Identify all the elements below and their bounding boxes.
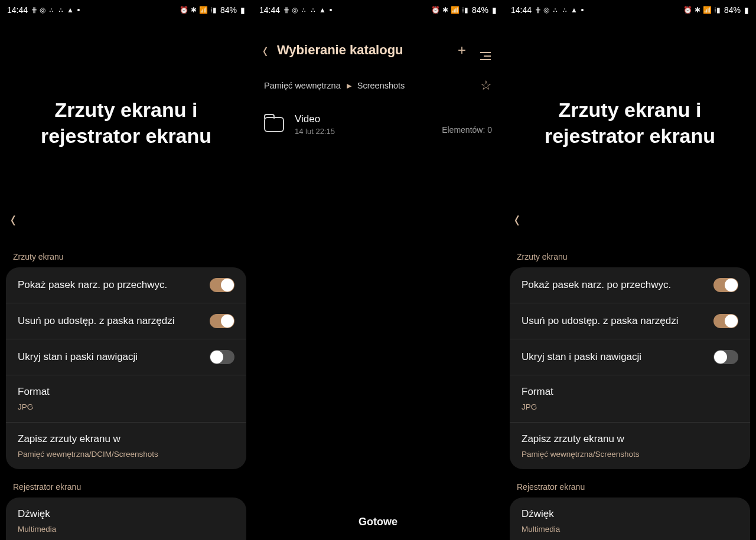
status-bar: 14:44 ⋕◎⛬⛬▲ ⏰✱📶⁞▮ 84% ▮	[252, 0, 504, 20]
setting-value: Multimedia	[522, 525, 560, 534]
status-system-icons: ⏰✱📶⁞▮	[683, 6, 721, 14]
status-time: 14:44	[259, 5, 280, 15]
folder-count: Elementów: 0	[442, 125, 492, 136]
setting-value: Multimedia	[18, 525, 56, 534]
page-title: Zrzuty ekranu i rejestrator ekranu	[516, 97, 744, 149]
setting-value: Pamięć wewnętrzna/DCIM/Screenshots	[18, 450, 158, 459]
breadcrumb-leaf[interactable]: Screenshots	[357, 81, 405, 90]
screen-settings-left: 14:44 ⋕◎⛬⛬▲ ⏰✱📶⁞▮ 84% ▮ Zrzuty ekranu i …	[0, 0, 252, 540]
battery-icon: ▮	[744, 5, 749, 15]
toggle-hide-bars[interactable]	[713, 350, 738, 364]
setting-format[interactable]: Format JPG	[6, 375, 246, 423]
setting-label: Format	[522, 386, 738, 398]
screenshots-card: Pokaż pasek narz. po przechwyc. Usuń po …	[6, 267, 246, 469]
status-notif-icons: ⋕◎⛬⛬▲	[284, 6, 326, 14]
back-button[interactable]: ‹	[263, 37, 268, 64]
breadcrumb-root[interactable]: Pamięć wewnętrzna	[264, 81, 341, 90]
folder-list: Video 14 lut 22:15 Elementów: 0	[252, 103, 504, 146]
status-dot-icon	[330, 9, 332, 11]
status-notif-icons: ⋕◎⛬⛬▲	[535, 6, 578, 14]
screenshots-card: Pokaż pasek narz. po przechwyc. Usuń po …	[510, 267, 750, 469]
folder-date: 14 lut 22:15	[295, 127, 335, 136]
setting-show-toolbar[interactable]: Pokaż pasek narz. po przechwyc.	[510, 267, 750, 303]
status-system-icons: ⏰✱📶⁞▮	[431, 6, 468, 14]
done-button[interactable]: Gotowe	[252, 516, 504, 528]
status-battery: 84%	[724, 5, 741, 15]
section-header-recorder: Rejestrator ekranu	[0, 482, 252, 498]
new-folder-button[interactable]	[455, 40, 468, 61]
status-battery: 84%	[472, 5, 488, 15]
status-battery: 84%	[220, 5, 237, 15]
toggle-delete-after-share[interactable]	[713, 314, 738, 328]
setting-value: JPG	[18, 402, 33, 411]
status-notif-icons: ⋕◎⛬⛬▲	[31, 6, 74, 14]
screen-directory-picker: 14:44 ⋕◎⛬⛬▲ ⏰✱📶⁞▮ 84% ▮ ‹ Wybieranie kat…	[252, 0, 504, 540]
hamburger-icon	[480, 52, 491, 60]
setting-label: Ukryj stan i paski nawigacji	[522, 351, 708, 363]
setting-hide-bars[interactable]: Ukryj stan i paski nawigacji	[6, 339, 246, 375]
section-header-screenshots: Zrzuty ekranu	[0, 252, 252, 267]
folder-icon	[264, 117, 284, 132]
page-title-block: Zrzuty ekranu i rejestrator ekranu	[504, 97, 756, 149]
screen-settings-right: 14:44 ⋕◎⛬⛬▲ ⏰✱📶⁞▮ 84% ▮ Zrzuty ekranu i …	[504, 0, 756, 540]
battery-icon: ▮	[492, 5, 497, 15]
setting-value: JPG	[522, 402, 537, 411]
setting-value: Pamięć wewnętrzna/Screenshots	[522, 450, 640, 459]
toggle-hide-bars[interactable]	[210, 350, 234, 364]
favorite-button[interactable]: ☆	[480, 78, 492, 93]
setting-format[interactable]: Format JPG	[510, 375, 750, 423]
recorder-card: Dźwięk Multimedia Jakość wideo Wysoka (1…	[6, 498, 246, 540]
setting-label: Pokaż pasek narz. po przechwyc.	[18, 279, 204, 291]
setting-save-location[interactable]: Zapisz zrzuty ekranu w Pamięć wewnętrzna…	[6, 423, 246, 469]
status-time: 14:44	[511, 5, 532, 15]
page-title: Zrzuty ekranu i rejestrator ekranu	[12, 97, 240, 149]
setting-label: Usuń po udostęp. z paska narzędzi	[18, 315, 204, 327]
toggle-show-toolbar[interactable]	[713, 278, 738, 292]
chevron-right-icon: ▶	[347, 82, 351, 90]
setting-sound[interactable]: Dźwięk Multimedia	[510, 498, 750, 540]
status-time: 14:44	[7, 5, 28, 15]
breadcrumb: Pamięć wewnętrzna ▶ Screenshots ☆	[252, 68, 504, 103]
status-bar: 14:44 ⋕◎⛬⛬▲ ⏰✱📶⁞▮ 84% ▮	[0, 0, 252, 20]
setting-hide-bars[interactable]: Ukryj stan i paski nawigacji	[510, 339, 750, 375]
section-header-recorder: Rejestrator ekranu	[504, 482, 756, 498]
section-header-screenshots: Zrzuty ekranu	[504, 252, 756, 267]
status-dot-icon	[581, 9, 584, 11]
setting-delete-after-share[interactable]: Usuń po udostęp. z paska narzędzi	[6, 303, 246, 339]
status-bar: 14:44 ⋕◎⛬⛬▲ ⏰✱📶⁞▮ 84% ▮	[504, 0, 756, 20]
setting-sound[interactable]: Dźwięk Multimedia	[6, 498, 246, 540]
folder-item[interactable]: Video 14 lut 22:15 Elementów: 0	[258, 106, 498, 143]
setting-label: Zapisz zrzuty ekranu w	[18, 433, 234, 445]
menu-button[interactable]	[478, 38, 493, 63]
status-system-icons: ⏰✱📶⁞▮	[180, 6, 217, 14]
setting-show-toolbar[interactable]: Pokaż pasek narz. po przechwyc.	[6, 267, 246, 303]
picker-header: ‹ Wybieranie katalogu	[252, 20, 504, 68]
toggle-show-toolbar[interactable]	[210, 278, 234, 292]
picker-title: Wybieranie katalogu	[277, 42, 446, 58]
setting-label: Dźwięk	[18, 508, 234, 520]
back-button[interactable]: ‹	[514, 205, 520, 234]
setting-label: Dźwięk	[522, 508, 738, 520]
page-title-block: Zrzuty ekranu i rejestrator ekranu	[0, 97, 252, 149]
setting-label: Zapisz zrzuty ekranu w	[522, 433, 738, 445]
setting-label: Usuń po udostęp. z paska narzędzi	[522, 315, 708, 327]
setting-save-location[interactable]: Zapisz zrzuty ekranu w Pamięć wewnętrzna…	[510, 423, 750, 469]
status-dot-icon	[77, 9, 80, 11]
back-button[interactable]: ‹	[11, 205, 16, 234]
toggle-delete-after-share[interactable]	[210, 314, 234, 328]
setting-label: Ukryj stan i paski nawigacji	[18, 351, 204, 363]
setting-label: Format	[18, 386, 234, 398]
setting-label: Pokaż pasek narz. po przechwyc.	[522, 279, 708, 291]
folder-name: Video	[295, 113, 335, 125]
recorder-card: Dźwięk Multimedia Jakość wideo Wysoka (1…	[510, 498, 750, 540]
battery-icon: ▮	[240, 5, 245, 15]
setting-delete-after-share[interactable]: Usuń po udostęp. z paska narzędzi	[510, 303, 750, 339]
